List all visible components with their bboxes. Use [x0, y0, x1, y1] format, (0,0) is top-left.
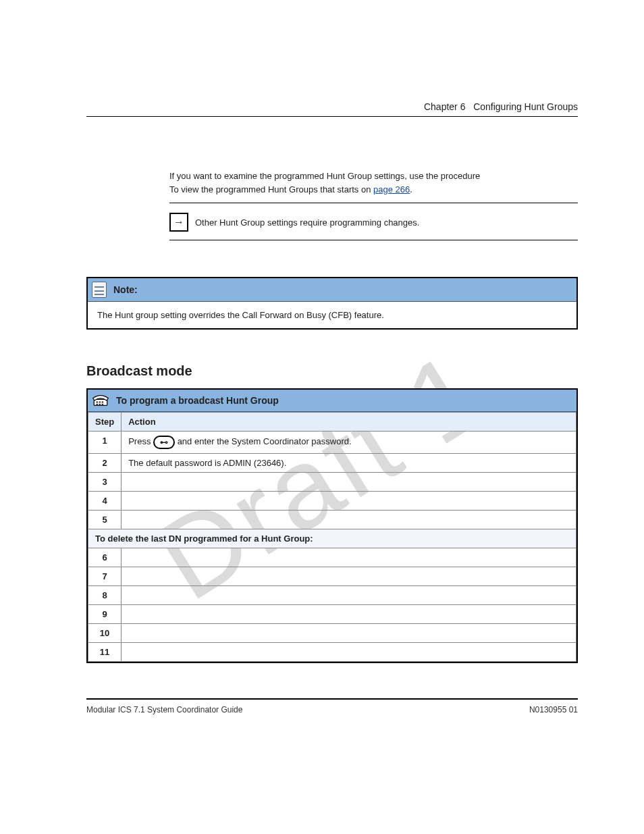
step-num: 3	[88, 473, 122, 492]
svg-rect-5	[99, 404, 101, 405]
step-text: and enter the System Coordinator passwor…	[178, 436, 352, 446]
sub-header-row: To delete the last DN programmed for a H…	[88, 529, 576, 548]
step-num: 7	[88, 567, 122, 586]
step-action	[122, 605, 576, 624]
arrow-callout: → Other Hunt Group settings require prog…	[169, 203, 578, 240]
key-icon: ⊷	[153, 436, 175, 449]
note-body: The Hunt group setting overrides the Cal…	[88, 302, 576, 328]
svg-rect-6	[102, 404, 103, 405]
arrow-text: Other Hunt Group settings require progra…	[195, 217, 419, 228]
chapter-title: Configuring Hunt Groups	[473, 101, 578, 112]
intro-block: If you want to examine the programmed Hu…	[169, 170, 578, 240]
svg-rect-1	[97, 402, 98, 403]
note-panel-header: Note:	[88, 278, 576, 302]
step-num: 2	[88, 454, 122, 473]
table-row: 9	[88, 605, 576, 624]
step-num: 6	[88, 548, 122, 567]
table-row: 2 The default password is ADMIN (23646).	[88, 454, 576, 473]
step-action	[122, 548, 576, 567]
step-num: 11	[88, 643, 122, 662]
table-row: 11	[88, 643, 576, 662]
step-text: Press	[128, 436, 153, 446]
step-action	[122, 492, 576, 511]
arrow-right-icon: →	[169, 213, 188, 232]
chapter-label: Chapter 6	[424, 101, 465, 112]
table-row: 10	[88, 624, 576, 643]
table-row: 8	[88, 586, 576, 605]
procedure-panel: To program a broadcast Hunt Group Step A…	[86, 388, 578, 663]
procedure-title-bar: To program a broadcast Hunt Group	[88, 390, 576, 412]
svg-rect-4	[97, 404, 98, 405]
footer-left: Modular ICS 7.1 System Coordinator Guide	[86, 705, 242, 714]
table-row: 4	[88, 492, 576, 511]
step-action	[122, 567, 576, 586]
step-num: 10	[88, 624, 122, 643]
procedure-title: To program a broadcast Hunt Group	[116, 395, 279, 406]
col-step: Step	[88, 413, 122, 432]
procedure-table: Step Action 1 Press ⊷ and enter the Syst…	[88, 412, 576, 662]
footer-rule	[86, 698, 578, 700]
intro-line-2a: To view the programmed Hunt Groups that …	[169, 184, 373, 194]
step-action	[122, 586, 576, 605]
note-icon	[92, 282, 107, 298]
svg-rect-3	[102, 402, 103, 403]
table-row: 7	[88, 567, 576, 586]
divider	[169, 240, 578, 240]
section-heading: Broadcast mode	[86, 363, 578, 379]
table-row: 6	[88, 548, 576, 567]
step-action	[122, 643, 576, 662]
step-action: The default password is ADMIN (23646).	[122, 454, 576, 473]
table-row: 3	[88, 473, 576, 492]
step-action	[122, 511, 576, 529]
note-panel: Note: The Hunt group setting overrides t…	[86, 277, 578, 330]
step-num: 9	[88, 605, 122, 624]
page-footer: Modular ICS 7.1 System Coordinator Guide…	[86, 705, 578, 714]
intro-line-1: If you want to examine the programmed Hu…	[169, 171, 480, 181]
table-row: 1 Press ⊷ and enter the System Coordinat…	[88, 432, 576, 454]
page-content: Chapter 6 Configuring Hunt Groups If you…	[86, 101, 578, 663]
step-action	[122, 473, 576, 492]
sub-header: To delete the last DN programmed for a H…	[88, 529, 576, 548]
footer-right: N0130955 01	[529, 705, 578, 714]
step-action	[122, 624, 576, 643]
step-num: 5	[88, 511, 122, 529]
note-title: Note:	[113, 284, 138, 295]
step-num: 1	[88, 432, 122, 454]
phone-icon	[92, 393, 109, 408]
step-num: 4	[88, 492, 122, 511]
intro-page-link[interactable]: page 266	[373, 184, 410, 194]
step-action: Press ⊷ and enter the System Coordinator…	[122, 432, 576, 454]
table-row: 5	[88, 511, 576, 529]
svg-rect-2	[99, 402, 101, 403]
intro-line-2b: .	[410, 184, 412, 194]
page-header: Chapter 6 Configuring Hunt Groups	[86, 101, 578, 117]
col-action: Action	[122, 413, 576, 432]
step-num: 8	[88, 586, 122, 605]
